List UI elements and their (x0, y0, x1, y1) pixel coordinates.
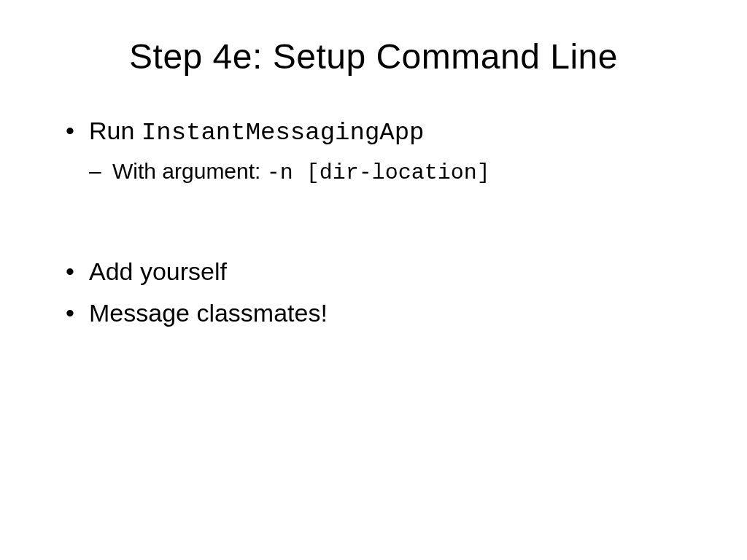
slide-content: Run InstantMessagingApp With argument: -… (51, 113, 696, 331)
bullet-text-run-prefix: Run (89, 117, 142, 144)
bullet-item-message: Message classmates! (66, 295, 696, 331)
bullet-list-2: Add yourself Message classmates! (66, 254, 696, 332)
bullet-item-run: Run InstantMessagingApp With argument: -… (66, 113, 696, 190)
bullet-code-app: InstantMessagingApp (142, 119, 425, 147)
bullet-text-add: Add yourself (89, 257, 227, 285)
sub-bullet-code-arg: -n [dir-location] (267, 160, 490, 185)
sub-bullet-text-prefix: With argument: (112, 159, 267, 183)
bullet-list: Run InstantMessagingApp With argument: -… (66, 113, 696, 190)
slide-title: Step 4e: Setup Command Line (51, 36, 696, 77)
bullet-text-message: Message classmates! (89, 299, 328, 327)
slide-container: Step 4e: Setup Command Line Run InstantM… (0, 0, 747, 560)
sub-bullet-list: With argument: -n [dir-location] (89, 155, 696, 190)
spacer (66, 195, 696, 254)
bullet-item-add-yourself: Add yourself (66, 254, 696, 289)
sub-bullet-item-argument: With argument: -n [dir-location] (89, 155, 696, 190)
